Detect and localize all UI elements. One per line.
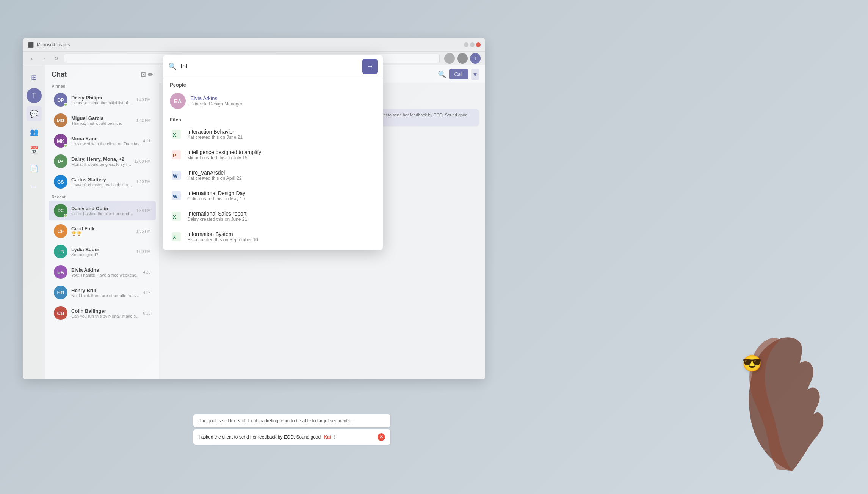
chat-info-daisy-colin: Daisy and Colin Colin: I asked the clien… (71, 206, 134, 216)
reload-btn[interactable]: ↻ (52, 54, 61, 63)
back-btn[interactable]: ‹ (27, 54, 36, 63)
file-meta-0: Kat created this on June 21 (187, 135, 243, 140)
sidebar-icon-teams[interactable]: 👥 (27, 124, 42, 140)
chat-time: 1:58 PM (136, 209, 150, 213)
chat-item-pinned-2[interactable]: MG Miguel Garcia Thanks, that would be n… (49, 110, 156, 130)
chat-info-lydia: Lydia Bauer Sounds good? (71, 247, 134, 257)
chat-name: Henry Brill (71, 288, 141, 293)
file-name-0: Interaction Behavior (187, 129, 243, 135)
forward-btn[interactable]: › (39, 54, 49, 63)
chat-preview: Sounds good? (71, 252, 134, 257)
arrow-right-icon: → (367, 63, 373, 71)
file-icon-docx-2: W (170, 169, 183, 182)
chat-list: Chat ⊡ ✏ Pinned DP Daisy Philips Henry w… (45, 65, 159, 379)
file-result-3[interactable]: W International Design Day Colin created… (163, 186, 383, 206)
file-result-0[interactable]: X Interaction Behavior Kat created this … (163, 124, 383, 145)
chat-preview: Mona: It would be great to sync with... (71, 162, 132, 167)
svg-text:X: X (173, 234, 176, 240)
chat-filter-icon[interactable]: ⊡ (141, 71, 146, 78)
chat-time: 12:00 PM (134, 159, 150, 164)
chat-name: Mona Kane (71, 136, 141, 142)
chat-item-pinned-4[interactable]: D+ Daisy, Henry, Mona, +2 Mona: It would… (49, 151, 156, 171)
file-meta-3: Colin created this on May 19 (187, 196, 245, 201)
sunglasses-emoji: 😎 (742, 354, 762, 372)
file-name-3: International Design Day (187, 190, 245, 196)
chat-preview: 🏆🏆 (71, 231, 134, 236)
chat-info-group: Daisy, Henry, Mona, +2 Mona: It would be… (71, 156, 132, 167)
chat-item-recent-5[interactable]: HB Henry Brill No, I think there are oth… (49, 283, 156, 302)
chat-header-label: Chat (52, 71, 67, 79)
chat-item-pinned-5[interactable]: CS Carlos Slattery I haven't checked ava… (49, 172, 156, 192)
chat-compose-icon[interactable]: ✏ (148, 71, 153, 78)
chat-item-pinned-1[interactable]: DP Daisy Philips Henry will send the ini… (49, 90, 156, 110)
browser-icon-1 (444, 53, 455, 64)
file-result-2[interactable]: W Intro_VanArsdel Kat created this on Ap… (163, 165, 383, 186)
chat-item-recent-4[interactable]: EA Elvia Atkins You: Thanks! Have a nice… (49, 262, 156, 282)
chat-item-recent-2[interactable]: CF Cecil Folk 🏆🏆 1:55 PM (49, 221, 156, 241)
chat-time: 1:55 PM (136, 229, 150, 233)
chat-info-mona: Mona Kane I reviewed with the client on … (71, 136, 141, 146)
chat-info-daisy-philips: Daisy Philips Henry will send the initia… (71, 95, 134, 105)
search-submit-button[interactable]: → (362, 59, 378, 74)
file-result-4[interactable]: X International Sales report Daisy creat… (163, 206, 383, 227)
chat-name: Daisy Philips (71, 95, 134, 101)
file-info-5: Information System Elvia created this on… (187, 231, 258, 242)
sidebar-icon-dots[interactable]: ··· (27, 179, 42, 194)
chat-item-recent-1[interactable]: DC Daisy and Colin Colin: I asked the cl… (49, 201, 156, 220)
sidebar-icon-chat[interactable]: 💬 (27, 106, 42, 121)
teams-logo: T (27, 88, 42, 103)
exclamation: ! (334, 434, 335, 440)
sidebar-icon-files[interactable]: 📄 (27, 161, 42, 176)
file-icon-docx-3: W (170, 189, 183, 202)
search-icon: 🔍 (168, 62, 177, 71)
files-section: Files X Interaction Behavior Kat created… (163, 113, 383, 250)
file-result-1[interactable]: P Intelligence designed to amplify Migue… (163, 145, 383, 165)
chat-info-carlos: Carlos Slattery I haven't checked availa… (71, 177, 134, 187)
browser-profile: T (470, 53, 481, 64)
file-icon-pptx-1: P (170, 148, 183, 161)
file-result-5[interactable]: X Information System Elvia created this … (163, 227, 383, 247)
file-meta-5: Elvia created this on September 10 (187, 237, 258, 242)
file-name-2: Intro_VanArsdel (187, 170, 241, 176)
chat-item-recent-3[interactable]: LB Lydia Bauer Sounds good? 1:00 PM (49, 242, 156, 261)
search-chat-icon[interactable]: 🔍 (438, 70, 446, 79)
file-info-3: International Design Day Colin created t… (187, 190, 245, 201)
chat-preview: Thanks, that would be nice. (71, 121, 134, 126)
sidebar-icon-grid[interactable]: ⊞ (27, 70, 42, 85)
chat-preview: No, I think there are other alternatives… (71, 293, 141, 298)
chat-time: 4:11 (143, 139, 150, 143)
svg-text:W: W (173, 194, 178, 199)
chat-time: 1:20 PM (136, 180, 150, 184)
chat-name: Elvia Atkins (71, 267, 141, 273)
avatar-elvia-result: EA (170, 93, 186, 109)
titlebar-controls (464, 42, 481, 47)
avatar-daisy-colin: DC (54, 204, 67, 217)
chat-name: Carlos Slattery (71, 177, 134, 182)
file-info-2: Intro_VanArsdel Kat created this on Apri… (187, 170, 241, 181)
chat-name: Cecil Folk (71, 226, 134, 231)
search-results: People EA Elvia Atkins Principle Design … (163, 78, 383, 250)
chat-name: Daisy, Henry, Mona, +2 (71, 156, 132, 162)
search-input[interactable] (180, 63, 359, 70)
chat-name: Colin Ballinger (71, 308, 141, 314)
file-name-5: Information System (187, 231, 258, 237)
svg-text:W: W (173, 173, 178, 179)
chat-item-recent-6[interactable]: CB Colin Ballinger Can you run this by M… (49, 303, 156, 323)
sidebar-icon-calendar[interactable]: 📅 (27, 143, 42, 158)
file-info-4: International Sales report Daisy created… (187, 211, 247, 222)
file-info-1: Intelligence designed to amplify Miguel … (187, 149, 261, 160)
chat-list-header: Chat ⊡ ✏ (45, 65, 159, 82)
avatar-mona-kane: MK (54, 134, 67, 148)
person-result-elvia[interactable]: EA Elvia Atkins Principle Design Manager (163, 89, 383, 113)
call-button[interactable]: Call (449, 69, 468, 79)
call-dropdown[interactable]: ▾ (471, 69, 479, 80)
files-section-header: Files (163, 113, 383, 124)
chat-name: Miguel Garcia (71, 115, 134, 121)
svg-text:P: P (173, 153, 176, 158)
avatar-carlos: CS (54, 175, 67, 189)
titlebar: ⬛ Microsoft Teams (23, 38, 485, 52)
chat-time: 1:42 PM (136, 118, 150, 123)
chat-item-pinned-3[interactable]: MK Mona Kane I reviewed with the client … (49, 131, 156, 151)
chat-preview: You: Thanks! Have a nice weekend. (71, 273, 141, 277)
file-icon-xlsx-0: X (170, 128, 183, 141)
